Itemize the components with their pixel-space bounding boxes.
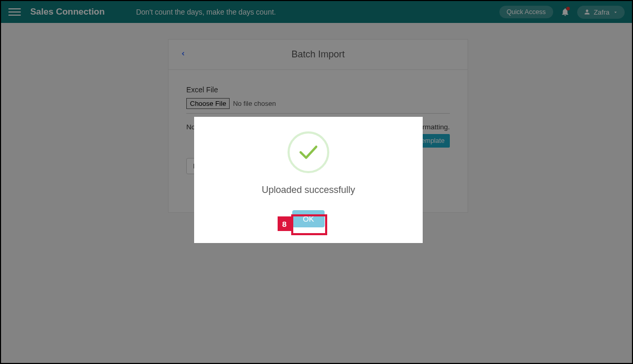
annotation-number: 8 (278, 216, 291, 231)
modal-message: Uploaded successfully (210, 185, 407, 196)
success-check-icon (288, 131, 329, 173)
ok-button[interactable]: OK (292, 210, 325, 227)
success-modal: Uploaded successfully OK (194, 117, 423, 243)
